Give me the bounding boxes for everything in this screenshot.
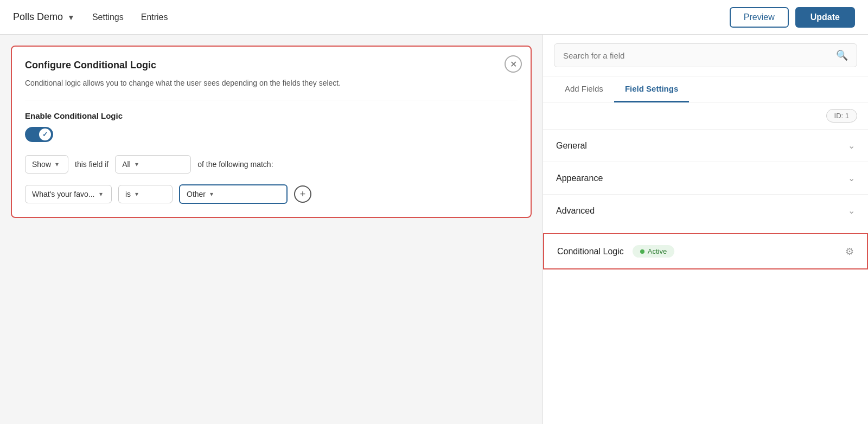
conditional-logic-title: Conditional Logic bbox=[557, 247, 624, 256]
value-dropdown-label: Other bbox=[187, 190, 206, 198]
conditional-logic-header: Conditional Logic Active ⚙ bbox=[544, 234, 867, 268]
id-badge: ID: 1 bbox=[826, 109, 857, 123]
general-section: General ⌄ bbox=[543, 129, 868, 162]
card-title: Configure Conditional Logic bbox=[25, 60, 518, 71]
nav-left: Polls Demo ▼ Settings Entries bbox=[13, 11, 168, 23]
tab-add-fields[interactable]: Add Fields bbox=[554, 76, 614, 102]
operator-dropdown-label: is bbox=[125, 190, 131, 198]
advanced-chevron-icon: ⌄ bbox=[848, 205, 855, 216]
settings-link[interactable]: Settings bbox=[92, 12, 124, 22]
field-dropdown-label: What's your favo... bbox=[32, 190, 95, 198]
logic-row: Show ▾ this field if All ▾ of the follow… bbox=[25, 155, 518, 174]
preview-button[interactable]: Preview bbox=[730, 7, 789, 28]
card-description: Conditional logic allows you to change w… bbox=[25, 78, 518, 89]
search-icon: 🔍 bbox=[836, 49, 848, 61]
value-dropdown-caret-icon: ▾ bbox=[210, 190, 213, 198]
general-chevron-icon: ⌄ bbox=[848, 140, 855, 151]
appearance-title: Appearance bbox=[556, 174, 603, 183]
show-dropdown-caret-icon: ▾ bbox=[55, 160, 59, 168]
show-dropdown[interactable]: Show ▾ bbox=[25, 155, 68, 174]
plus-icon: + bbox=[300, 189, 306, 200]
field-dropdown[interactable]: What's your favo... ▾ bbox=[25, 185, 112, 203]
search-input[interactable] bbox=[563, 51, 832, 60]
enable-label: Enable Conditional Logic bbox=[25, 111, 518, 120]
close-button[interactable]: ✕ bbox=[505, 55, 522, 73]
active-dot-icon bbox=[640, 249, 644, 254]
appearance-header[interactable]: Appearance ⌄ bbox=[543, 162, 868, 194]
nav-right: Preview Update bbox=[730, 7, 855, 28]
general-title: General bbox=[556, 141, 587, 151]
entries-link[interactable]: Entries bbox=[141, 12, 168, 22]
advanced-title: Advanced bbox=[556, 206, 595, 216]
toggle-check-icon: ✓ bbox=[42, 131, 48, 138]
divider bbox=[25, 100, 518, 100]
main-layout: ✕ Configure Conditional Logic Conditiona… bbox=[0, 35, 868, 424]
search-box: 🔍 bbox=[554, 43, 857, 67]
gear-icon[interactable]: ⚙ bbox=[845, 246, 854, 258]
conditional-logic-section: Conditional Logic Active ⚙ bbox=[543, 233, 868, 269]
match-text: of the following match: bbox=[197, 160, 273, 169]
conditional-logic-left: Conditional Logic Active bbox=[557, 245, 674, 258]
tab-field-settings[interactable]: Field Settings bbox=[614, 76, 689, 102]
title-chevron-icon: ▼ bbox=[67, 13, 75, 22]
toggle-container: ✓ bbox=[25, 127, 518, 142]
enable-toggle[interactable]: ✓ bbox=[25, 127, 53, 142]
right-panel: 🔍 Add Fields Field Settings ID: 1 Genera… bbox=[542, 35, 868, 424]
operator-dropdown[interactable]: is ▾ bbox=[118, 185, 173, 203]
top-nav: Polls Demo ▼ Settings Entries Preview Up… bbox=[0, 0, 868, 35]
all-dropdown-label: All bbox=[122, 160, 131, 169]
left-panel: ✕ Configure Conditional Logic Conditiona… bbox=[0, 35, 542, 424]
show-dropdown-label: Show bbox=[32, 160, 51, 169]
add-condition-button[interactable]: + bbox=[294, 185, 311, 203]
active-badge: Active bbox=[633, 245, 674, 258]
field-dropdown-caret-icon: ▾ bbox=[99, 190, 103, 198]
general-header[interactable]: General ⌄ bbox=[543, 130, 868, 162]
value-dropdown[interactable]: Other ▾ bbox=[179, 184, 288, 204]
update-button[interactable]: Update bbox=[795, 7, 855, 28]
app-title-text: Polls Demo bbox=[13, 11, 63, 23]
appearance-section: Appearance ⌄ bbox=[543, 162, 868, 194]
toggle-knob: ✓ bbox=[39, 129, 51, 140]
appearance-chevron-icon: ⌄ bbox=[848, 173, 855, 183]
condition-text: this field if bbox=[75, 160, 108, 169]
active-badge-label: Active bbox=[648, 247, 667, 255]
condition-row: What's your favo... ▾ is ▾ Other ▾ + bbox=[25, 184, 518, 204]
app-title[interactable]: Polls Demo ▼ bbox=[13, 11, 75, 23]
all-dropdown-caret-icon: ▾ bbox=[135, 160, 138, 168]
conditional-logic-card: ✕ Configure Conditional Logic Conditiona… bbox=[11, 46, 532, 218]
search-area: 🔍 bbox=[543, 35, 868, 76]
advanced-section: Advanced ⌄ bbox=[543, 194, 868, 227]
tabs-area: Add Fields Field Settings bbox=[543, 76, 868, 102]
id-area: ID: 1 bbox=[543, 102, 868, 129]
operator-dropdown-caret-icon: ▾ bbox=[135, 190, 138, 198]
advanced-header[interactable]: Advanced ⌄ bbox=[543, 195, 868, 227]
all-dropdown[interactable]: All ▾ bbox=[115, 155, 191, 174]
